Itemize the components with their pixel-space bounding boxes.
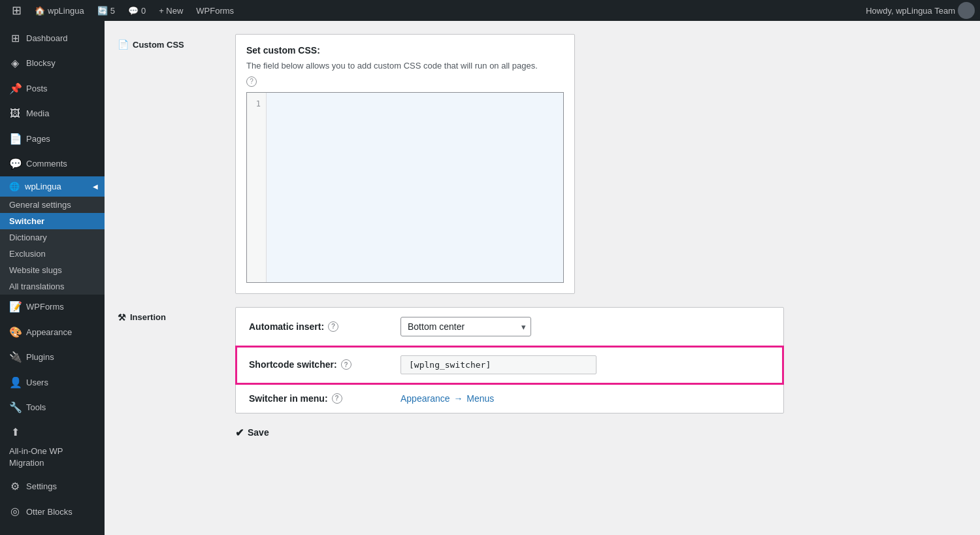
insertion-label: ⚒ Insertion [118, 307, 222, 323]
sidebar-sub-item-switcher[interactable]: Switcher [0, 213, 105, 229]
shortcode-switcher-value: [wplng_switcher] [400, 355, 770, 374]
sidebar-item-tools[interactable]: 🔧 Tools [0, 395, 105, 420]
shortcode-switcher-label-text: Shortcode switcher: [249, 359, 337, 370]
wpforms-item[interactable]: WPForms [189, 0, 240, 21]
sidebar-item-pages[interactable]: 📄 Pages [0, 127, 105, 152]
sidebar-item-label-media: Media [26, 108, 49, 120]
custom-css-label-text: Custom CSS [133, 40, 184, 50]
css-textarea[interactable] [267, 93, 563, 282]
sidebar-item-comments[interactable]: 💬 Comments [0, 152, 105, 176]
wplingua-section: 🌐 wpLingua ◀ General settings Switcher D… [0, 176, 105, 295]
css-panel-desc: The field below allows you to add custom… [246, 61, 564, 71]
css-panel: Set custom CSS: The field below allows y… [235, 34, 575, 294]
sidebar: ⊞ Dashboard ◈ Blocksy 📌 Posts 🖼 Media 📄 … [0, 21, 105, 535]
allinone-icon: ⬆ [9, 425, 21, 440]
css-textarea-wrapper: 1 [246, 92, 564, 283]
arrow-right-icon: → [453, 393, 465, 404]
sidebar-sub-item-website-slugs[interactable]: Website slugs [0, 262, 105, 278]
appearance-link-part1: Appearance [400, 393, 450, 404]
sidebar-sub-item-all-translations[interactable]: All translations [0, 278, 105, 295]
blocksy-icon: ◈ [9, 56, 21, 71]
automatic-insert-select[interactable]: Bottom center Bottom left Bottom right T… [400, 317, 531, 336]
switcher-menu-help-icon[interactable]: ? [332, 393, 342, 404]
comments-count: 0 [141, 6, 146, 16]
save-content: ✔ Save [235, 427, 967, 439]
sidebar-item-wpforms[interactable]: 📝 WPForms [0, 295, 105, 319]
sidebar-item-allinone[interactable]: ⬆ All-in-One WP Migration [0, 420, 105, 474]
sidebar-item-label-plugins: Plugins [26, 351, 54, 363]
css-section-icon: 📄 [118, 39, 129, 50]
updates-count: 5 [110, 6, 115, 16]
insertion-content: Automatic insert: ? Bottom center Bottom… [235, 307, 967, 413]
custom-css-content: Set custom CSS: The field below allows y… [235, 34, 967, 294]
sidebar-item-blocksy[interactable]: ◈ Blocksy [0, 51, 105, 76]
layout: ⊞ Dashboard ◈ Blocksy 📌 Posts 🖼 Media 📄 … [0, 21, 980, 535]
automatic-insert-label-text: Automatic insert: [249, 321, 324, 332]
sidebar-item-otter-blocks[interactable]: ◎ Otter Blocks [0, 499, 105, 524]
site-name-icon: 🏠 [35, 6, 45, 16]
css-panel-title: Set custom CSS: [246, 45, 564, 56]
save-section-row: ✔ Save [118, 427, 967, 439]
posts-icon: 📌 [9, 82, 21, 96]
wp-logo-item[interactable]: ⊞ [5, 0, 28, 21]
line-number-1: 1 [256, 99, 261, 108]
settings-icon: ⚙ [9, 479, 21, 494]
sidebar-item-settings[interactable]: ⚙ Settings [0, 474, 105, 499]
sidebar-item-plugins[interactable]: 🔌 Plugins [0, 345, 105, 370]
sidebar-item-label-comments: Comments [26, 158, 67, 170]
sidebar-item-media[interactable]: 🖼 Media [0, 101, 105, 126]
updates-item[interactable]: 🔄 5 [91, 0, 122, 21]
shortcode-value-text: [wplng_switcher] [400, 355, 596, 374]
wplingua-icon: 🌐 [9, 182, 20, 191]
sidebar-sub-item-exclusion[interactable]: Exclusion [0, 246, 105, 262]
sidebar-sub-item-general-settings[interactable]: General settings [0, 197, 105, 213]
sidebar-item-label-settings: Settings [26, 481, 57, 493]
appearance-menus-link[interactable]: Appearance → Menus [400, 393, 494, 404]
sidebar-item-label-appearance: Appearance [26, 327, 72, 338]
shortcode-switcher-row: Shortcode switcher: ? [wplng_switcher] [236, 346, 783, 384]
wp-logo-icon: ⊞ [12, 3, 22, 18]
switcher-in-menu-label-text: Switcher in menu: [249, 393, 328, 404]
wplingua-label: wpLingua [25, 182, 61, 191]
automatic-insert-row: Automatic insert: ? Bottom center Bottom… [236, 308, 783, 346]
collapse-arrow-icon: ◀ [93, 183, 98, 190]
sidebar-item-label-posts: Posts [26, 83, 48, 95]
save-button[interactable]: ✔ Save [235, 427, 269, 439]
howdy-text: Howdy, wpLingua Team [866, 6, 955, 16]
sidebar-item-label-tools: Tools [26, 402, 46, 413]
custom-css-label: 📄 Custom CSS [118, 34, 222, 50]
plugins-icon: 🔌 [9, 350, 21, 365]
insertion-icon: ⚒ [118, 312, 126, 323]
insertion-section-row: ⚒ Insertion Automatic insert: ? [118, 307, 967, 413]
sidebar-item-label-otter-blocks: Otter Blocks [26, 506, 73, 518]
shortcode-switcher-label: Shortcode switcher: ? [249, 359, 393, 370]
switcher-in-menu-value: Appearance → Menus [400, 393, 770, 404]
sidebar-item-label-users: Users [26, 377, 48, 389]
sidebar-item-users[interactable]: 👤 Users [0, 370, 105, 395]
otter-blocks-icon: ◎ [9, 504, 21, 519]
insertion-label-text: Insertion [130, 312, 166, 322]
css-help-icon[interactable]: ? [246, 76, 257, 87]
site-title: wpLingua [48, 6, 84, 16]
media-icon: 🖼 [9, 106, 21, 121]
save-spacer [118, 427, 222, 432]
shortcode-help-icon[interactable]: ? [341, 359, 351, 370]
site-title-item[interactable]: 🏠 wpLingua [28, 0, 91, 21]
pages-icon: 📄 [9, 132, 21, 146]
sidebar-item-posts[interactable]: 📌 Posts [0, 76, 105, 101]
wplingua-header[interactable]: 🌐 wpLingua ◀ [0, 176, 105, 197]
switcher-in-menu-row: Switcher in menu: ? Appearance → Menus [236, 384, 783, 413]
sidebar-item-label-allinone: All-in-One WP Migration [9, 446, 98, 469]
sidebar-item-dashboard[interactable]: ⊞ Dashboard [0, 26, 105, 51]
sidebar-item-label-blocksy: Blocksy [26, 57, 56, 69]
tools-icon: 🔧 [9, 400, 21, 415]
new-label: + New [159, 6, 183, 16]
comments-item[interactable]: 💬 0 [122, 0, 152, 21]
automatic-insert-help-icon[interactable]: ? [328, 321, 338, 332]
sidebar-item-appearance[interactable]: 🎨 Appearance [0, 320, 105, 345]
admin-bar-right: Howdy, wpLingua Team [866, 2, 975, 19]
comments-sidebar-icon: 💬 [9, 157, 21, 171]
sidebar-sub-item-dictionary[interactable]: Dictionary [0, 229, 105, 246]
new-item[interactable]: + New [152, 0, 189, 21]
avatar [958, 2, 975, 19]
